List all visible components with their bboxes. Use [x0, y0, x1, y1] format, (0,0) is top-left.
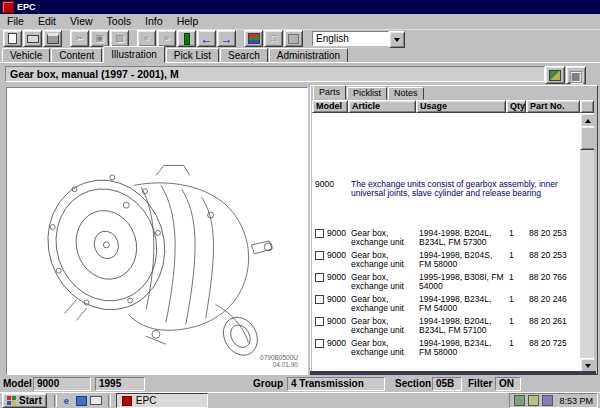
tab-notes[interactable]: Notes — [388, 87, 424, 100]
status-model-value: 9000 — [33, 377, 91, 391]
tab-illustration[interactable]: Illustration — [103, 46, 165, 63]
language-select[interactable]: English — [312, 31, 405, 46]
scrollbar-thumb[interactable] — [580, 126, 594, 150]
paste-button[interactable]: ▨ — [110, 30, 129, 47]
cell-article: Gear box, exchange unit — [348, 272, 416, 291]
note-row[interactable]: 9000 The exchange units consist of gearb… — [312, 179, 580, 198]
table-row[interactable]: 9000 Gear box, exchange unit 1994-1998, … — [312, 250, 580, 269]
status-section-label: Section — [395, 378, 431, 389]
vertical-scrollbar[interactable] — [580, 113, 594, 371]
filter-icon — [248, 33, 260, 44]
table-row[interactable]: 9000 Gear box, exchange unit 1995-1998, … — [312, 272, 580, 291]
menu-view[interactable]: View — [63, 15, 100, 28]
tab-pick-list[interactable]: Pick List — [166, 48, 219, 63]
task-label: EPC — [136, 395, 157, 406]
windows-logo-icon — [7, 396, 16, 405]
folder-icon — [27, 35, 39, 43]
row-checkbox[interactable] — [315, 339, 324, 348]
illustration-panel[interactable]: 0790B0500U 04.01.90 — [6, 87, 308, 375]
cell-qty: 1 — [506, 338, 526, 357]
tab-picklist[interactable]: Picklist — [347, 87, 387, 100]
scroll-down-button[interactable] — [580, 358, 594, 371]
cell-usage: 1994-1998, B234L, FM 54000 — [416, 294, 506, 313]
cell-part-no: 88 20 261 — [526, 316, 580, 335]
cut-button[interactable]: ✂ — [70, 30, 89, 47]
print-button[interactable] — [43, 30, 62, 47]
tab-administration[interactable]: Administration — [269, 48, 348, 63]
detach-button[interactable]: ▣ — [566, 66, 586, 84]
cell-qty: 1 — [506, 316, 526, 335]
table-row[interactable]: 9000 Gear box, exchange unit 1994-1998, … — [312, 294, 580, 313]
flag-button[interactable] — [284, 30, 303, 47]
col-qty[interactable]: Qty — [506, 100, 526, 113]
cell-part-no: 88 20 253 — [526, 250, 580, 269]
app-logo-icon — [2, 1, 14, 13]
menu-help[interactable]: Help — [170, 15, 206, 28]
menu-edit[interactable]: Edit — [31, 15, 63, 28]
tab-parts[interactable]: Parts — [313, 85, 346, 100]
tray-volume-icon[interactable] — [514, 395, 525, 406]
printer-icon — [47, 33, 59, 44]
row-checkbox[interactable] — [315, 317, 324, 326]
table-row[interactable]: 9000 Gear box, exchange unit 1994-1998, … — [312, 228, 580, 247]
col-usage[interactable]: Usage — [416, 100, 506, 113]
col-article[interactable]: Article — [348, 100, 416, 113]
quick-launch-desktop-icon[interactable] — [75, 395, 88, 407]
tray-network-icon[interactable] — [542, 395, 553, 406]
cell-model: 9000 — [327, 272, 346, 282]
new-button[interactable] — [3, 30, 22, 47]
table-row[interactable]: 9000 Gear box, exchange unit 1994-1998, … — [312, 338, 580, 357]
cell-usage: 1994-1998, B204S, FM 58000 — [416, 250, 506, 269]
menu-bar: File Edit View Tools Info Help — [0, 14, 600, 30]
forward-button[interactable]: → — [217, 30, 236, 47]
status-bar: Model 9000 1995 Group 4 Transmission Sec… — [0, 377, 600, 392]
quick-launch-browser-icon[interactable]: e — [60, 395, 73, 407]
row-checkbox[interactable] — [315, 295, 324, 304]
cell-model: 9000 — [327, 338, 346, 348]
col-part-no[interactable]: Part No. — [526, 100, 580, 113]
cell-model: 9000 — [327, 250, 346, 260]
status-filter-label: Filter — [468, 378, 492, 389]
cell-model: 9000 — [327, 316, 346, 326]
row-checkbox[interactable] — [315, 273, 324, 282]
menu-tools[interactable]: Tools — [100, 15, 139, 28]
image-view-button[interactable] — [545, 66, 565, 84]
open-button[interactable] — [23, 30, 42, 47]
status-model-label: Model — [3, 378, 32, 389]
tab-search[interactable]: Search — [220, 48, 268, 63]
status-year-value: 1995 — [95, 377, 145, 391]
cell-qty: 1 — [506, 272, 526, 291]
status-section-value: 05B — [432, 377, 462, 391]
flag-icon — [288, 34, 299, 44]
redo-button[interactable]: » — [157, 30, 176, 47]
menu-info[interactable]: Info — [138, 15, 170, 28]
col-model[interactable]: Model — [312, 100, 348, 113]
status-group-label: Group — [253, 378, 283, 389]
mark-button[interactable] — [177, 30, 196, 47]
work-area: Gear box, manual (1997 - 2001), M ▣ — [0, 62, 600, 375]
page-title: Gear box, manual (1997 - 2001), M — [5, 66, 545, 82]
menu-file[interactable]: File — [0, 15, 31, 28]
language-value[interactable]: English — [312, 31, 389, 46]
back-button[interactable]: ← — [197, 30, 216, 47]
quick-launch-mail-icon[interactable] — [90, 395, 103, 407]
tab-content[interactable]: Content — [51, 48, 102, 63]
row-checkbox[interactable] — [315, 251, 324, 260]
arrow-down-icon — [585, 364, 591, 368]
cell-article: Gear box, exchange unit — [348, 294, 416, 313]
tab-vehicle[interactable]: Vehicle — [2, 48, 50, 63]
copy-button[interactable]: ▣ — [90, 30, 109, 47]
cell-article: Gear box, exchange unit — [348, 316, 416, 335]
note-button[interactable]: □ — [264, 30, 283, 47]
filter-button[interactable] — [244, 30, 263, 47]
taskbar-task-epc[interactable]: EPC — [116, 393, 208, 408]
language-dropdown-button[interactable] — [389, 31, 405, 48]
row-checkbox[interactable] — [315, 229, 324, 238]
undo-button[interactable]: « — [137, 30, 156, 47]
tray-display-icon[interactable] — [528, 395, 539, 406]
copy-icon: ▣ — [95, 34, 104, 43]
green-bar-icon — [184, 33, 190, 45]
start-button[interactable]: Start — [2, 393, 47, 408]
table-row[interactable]: 9000 Gear box, exchange unit 1994-1998, … — [312, 316, 580, 335]
cell-usage: 1995-1998, B308I, FM 54000 — [416, 272, 506, 291]
